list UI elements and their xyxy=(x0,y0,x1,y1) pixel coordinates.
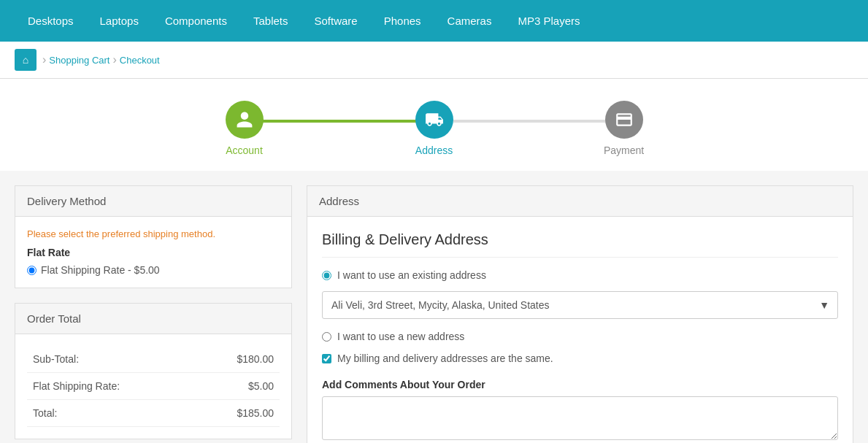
new-address-option[interactable]: I want to use a new address xyxy=(322,331,838,342)
existing-address-option[interactable]: I want to use an existing address xyxy=(322,269,838,281)
address-select-wrapper: Ali Veli, 3rd Street, Mycity, Alaska, Un… xyxy=(322,291,838,319)
row-label: Flat Shipping Rate: xyxy=(27,373,196,400)
order-total-header: Order Total xyxy=(15,304,291,334)
billing-title: Billing & Delivery Address xyxy=(322,231,838,258)
delivery-warning: Please select the preferred shipping met… xyxy=(27,228,280,239)
step-payment-label: Payment xyxy=(604,145,644,156)
existing-address-radio[interactable] xyxy=(322,271,331,280)
breadcrumb-sep-2: › xyxy=(112,53,116,66)
step-account: Account xyxy=(150,101,339,156)
step-address-circle xyxy=(415,101,453,139)
step-address-label: Address xyxy=(415,145,453,156)
nav-software[interactable]: Software xyxy=(302,0,371,42)
order-total-box: Order Total Sub-Total:$180.00Flat Shippi… xyxy=(15,303,292,439)
address-panel-header: Address xyxy=(307,186,853,217)
nav-phones[interactable]: Phones xyxy=(371,0,434,42)
step-payment-circle xyxy=(605,101,643,139)
main-content: Delivery Method Please select the prefer… xyxy=(0,171,868,443)
breadcrumb-sep-1: › xyxy=(42,53,46,66)
table-row: Flat Shipping Rate:$5.00 xyxy=(27,373,280,400)
order-total-body: Sub-Total:$180.00Flat Shipping Rate:$5.0… xyxy=(15,334,291,439)
row-value: $5.00 xyxy=(196,373,280,400)
table-row: Total:$185.00 xyxy=(27,400,280,427)
flat-shipping-radio[interactable] xyxy=(27,266,37,275)
address-select[interactable]: Ali Veli, 3rd Street, Mycity, Alaska, Un… xyxy=(322,291,838,319)
nav-tablets[interactable]: Tablets xyxy=(240,0,302,42)
row-label: Sub-Total: xyxy=(27,346,196,373)
delivery-method-body: Please select the preferred shipping met… xyxy=(15,217,291,288)
comments-textarea[interactable] xyxy=(322,396,838,440)
table-row: Sub-Total:$180.00 xyxy=(27,346,280,373)
order-table: Sub-Total:$180.00Flat Shipping Rate:$5.0… xyxy=(27,346,280,427)
new-address-radio[interactable] xyxy=(322,332,331,342)
same-address-checkbox[interactable] xyxy=(322,354,331,363)
main-nav: Desktops Laptops Components Tablets Soft… xyxy=(0,0,868,42)
flat-shipping-text: Flat Shipping Rate - $5.00 xyxy=(41,264,160,276)
row-value: $185.00 xyxy=(196,400,280,427)
delivery-method-box: Delivery Method Please select the prefer… xyxy=(15,185,292,288)
step-address: Address xyxy=(339,101,529,156)
nav-laptops[interactable]: Laptops xyxy=(87,0,152,42)
row-label: Total: xyxy=(27,400,196,427)
progress-section: Account Address Payment xyxy=(0,79,868,171)
address-panel: Address Billing & Delivery Address I wan… xyxy=(307,185,853,443)
step-account-label: Account xyxy=(226,145,263,156)
new-address-label: I want to use a new address xyxy=(337,331,464,342)
nav-mp3players[interactable]: MP3 Players xyxy=(504,0,593,42)
nav-cameras[interactable]: Cameras xyxy=(434,0,505,42)
comments-title: Add Comments About Your Order xyxy=(322,379,838,390)
home-icon[interactable]: ⌂ xyxy=(15,49,37,71)
nav-components[interactable]: Components xyxy=(152,0,240,42)
row-value: $180.00 xyxy=(196,346,280,373)
breadcrumb-shopping-cart[interactable]: Shopping Cart xyxy=(49,55,110,66)
steps-container: Account Address Payment xyxy=(150,101,719,156)
flat-rate-label: Flat Rate xyxy=(27,247,280,258)
nav-desktops[interactable]: Desktops xyxy=(15,0,87,42)
left-panel: Delivery Method Please select the prefer… xyxy=(15,185,292,443)
same-address-row[interactable]: My billing and delivery addresses are th… xyxy=(322,353,838,364)
address-panel-body: Billing & Delivery Address I want to use… xyxy=(307,217,853,443)
step-account-circle xyxy=(226,101,264,139)
step-payment: Payment xyxy=(529,101,719,156)
delivery-method-header: Delivery Method xyxy=(15,186,291,217)
flat-shipping-option[interactable]: Flat Shipping Rate - $5.00 xyxy=(27,264,280,276)
existing-address-label: I want to use an existing address xyxy=(337,269,486,281)
same-address-label: My billing and delivery addresses are th… xyxy=(337,353,553,364)
breadcrumb-bar: ⌂ › Shopping Cart › Checkout xyxy=(0,42,868,79)
breadcrumb-checkout: Checkout xyxy=(120,55,160,66)
